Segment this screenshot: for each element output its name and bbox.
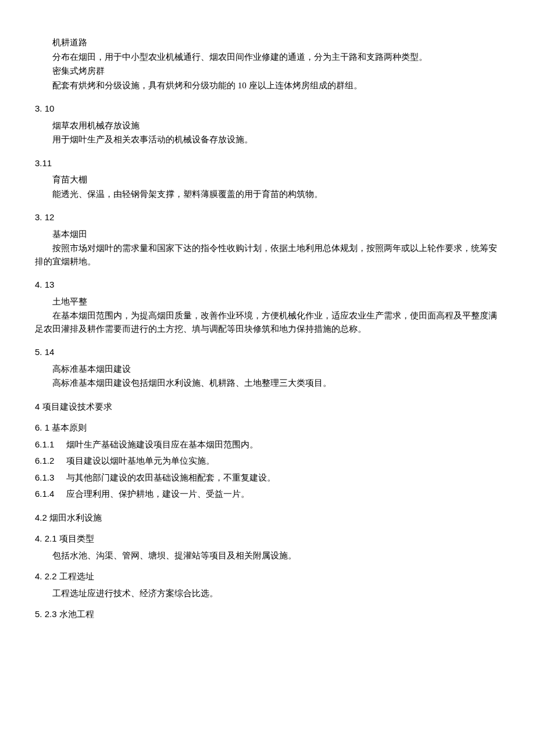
paragraph: 能透光、保温，由轻钢骨架支撑，塑料薄膜覆盖的用于育苗的构筑物。: [35, 188, 500, 201]
list-item-text: 烟叶生产基础设施建设项目应在基本烟田范围内。: [64, 440, 258, 449]
list-item-number: 6.1.1: [35, 438, 64, 452]
term-title: 土地平整: [35, 295, 500, 309]
term-title: 机耕道路: [35, 36, 500, 49]
paragraph: 高标准基本烟田建设包括烟田水利设施、机耕路、土地整理三大类项目。: [35, 377, 500, 390]
section-number: 3. 10: [35, 102, 500, 116]
section-number: 5. 14: [35, 346, 500, 359]
document-body: 机耕道路分布在烟田，用于中小型农业机械通行、烟农田间作业修建的通道，分为主干路和…: [35, 36, 500, 621]
list-item-number: 6.1.3: [35, 471, 64, 485]
list-item: 6.1.4 应合理利用、保护耕地，建设一片、受益一片。: [35, 488, 500, 501]
list-item-number: 6.1.2: [35, 454, 64, 468]
list-item: 6.1.3 与其他部门建设的农田基础设施相配套，不重复建设。: [35, 471, 500, 485]
paragraph: 按照市场对烟叶的需求量和国家下达的指令性收购计划，依据土地利用总体规划，按照两年…: [35, 242, 500, 268]
paragraph: 分布在烟田，用于中小型农业机械通行、烟农田间作业修建的通道，分为主干路和支路两种…: [35, 51, 500, 64]
section-number: 3. 12: [35, 211, 500, 224]
sub-heading: 6. 1 基本原则: [35, 421, 500, 435]
sub-heading: 5. 2.3 水池工程: [35, 608, 500, 621]
list-item-number: 6.1.4: [35, 488, 64, 501]
list-item-text: 项目建设以烟叶基地单元为单位实施。: [64, 456, 215, 465]
paragraph: 在基本烟田范围内，为提高烟田质量，改善作业环境，方便机械化作业，适应农业生产需求…: [35, 309, 500, 335]
list-item: 6.1.1 烟叶生产基础设施建设项目应在基本烟田范围内。: [35, 438, 500, 452]
term-title: 烟草农用机械存放设施: [35, 119, 500, 132]
heading: 4 项目建设技术要求: [35, 400, 500, 414]
list-item-text: 应合理利用、保护耕地，建设一片、受益一片。: [64, 489, 249, 499]
list-item: 6.1.2 项目建设以烟叶基地单元为单位实施。: [35, 454, 500, 468]
section-number: 3.11: [35, 157, 500, 170]
heading: 4.2 烟田水利设施: [35, 511, 500, 525]
paragraph: 配套有烘烤和分级设施，具有烘烤和分级功能的 10 座以上连体烤房组成的群组。: [35, 79, 500, 92]
section-number: 4. 13: [35, 278, 500, 292]
paragraph: 用于烟叶生产及相关农事活动的机械设备存放设施。: [35, 133, 500, 146]
term-title: 育苗大棚: [35, 173, 500, 187]
list-item-text: 与其他部门建设的农田基础设施相配套，不重复建设。: [64, 473, 276, 482]
term-title: 基本烟田: [35, 228, 500, 241]
term-title: 高标准基本烟田建设: [35, 363, 500, 376]
paragraph: 工程选址应进行技术、经济方案综合比选。: [35, 587, 500, 600]
paragraph: 包括水池、沟渠、管网、塘坝、提灌站等项目及相关附属设施。: [35, 549, 500, 562]
sub-heading: 4. 2.1 项目类型: [35, 532, 500, 546]
term-title: 密集式烤房群: [35, 65, 500, 78]
sub-heading: 4. 2.2 工程选址: [35, 570, 500, 583]
